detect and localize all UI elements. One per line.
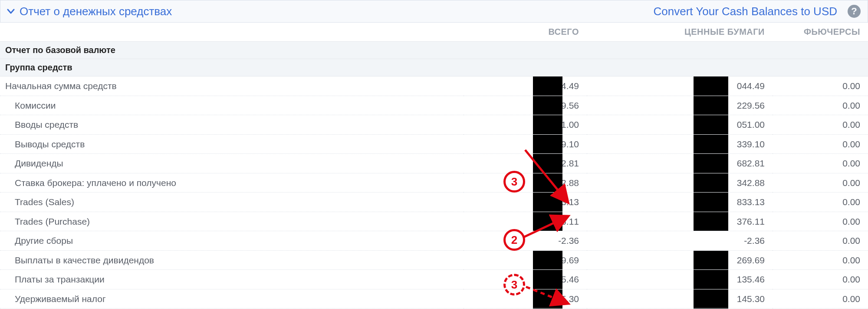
section-base-currency: Отчет по базовой валюте (0, 42, 868, 59)
cell-total: 833.13 (464, 193, 587, 212)
cell-total: 044.49 (464, 76, 587, 96)
cell-total: -2.36 (464, 231, 587, 251)
cell-sec: 135.46 (587, 270, 773, 289)
cell-sec: 229.56 (587, 96, 773, 115)
redaction-bar (694, 251, 728, 270)
report-title-text: Отчет о денежных средствах (20, 5, 172, 18)
cell-value: 682.81 (737, 158, 765, 168)
table-row: Trades (Sales)833.13833.130.00 (0, 193, 868, 212)
cell-fut: 0.00 (773, 76, 868, 96)
cell-sec: 342.88 (587, 173, 773, 193)
cell-fut: 0.00 (773, 231, 868, 251)
redaction-bar (533, 115, 562, 134)
cell-fut: 0.00 (773, 134, 868, 154)
cell-value: 0.00 (842, 216, 860, 226)
table-row: Trades (Purchase)376.11376.110.00 (0, 212, 868, 231)
table-row: Вводы средств051.00051.000.00 (0, 115, 868, 135)
cell-value: 269.69 (737, 255, 765, 265)
col-header-label (0, 23, 464, 42)
table-row: Комиссии229.56229.560.00 (0, 96, 868, 115)
cell-fut: 0.00 (773, 154, 868, 173)
cell-total: 682.81 (464, 154, 587, 173)
row-label: Trades (Purchase) (0, 212, 464, 231)
cell-value: -2.36 (558, 236, 579, 246)
cell-value: 0.00 (842, 81, 860, 91)
cell-sec: 833.13 (587, 193, 773, 212)
row-label: Выплаты в качестве дивидендов (0, 250, 464, 270)
table-row: Платы за транзакции135.46135.460.00 (0, 270, 868, 289)
row-label: Удерживаемый налог (0, 289, 464, 309)
redaction-bar (533, 289, 562, 309)
redaction-bar (694, 289, 728, 309)
table-row: Начальная сумма средств044.49044.490.00 (0, 76, 868, 96)
cell-sec: 044.49 (587, 76, 773, 96)
cell-value: 229.56 (737, 100, 765, 110)
redaction-bar (533, 173, 562, 193)
cell-value: 0.00 (842, 255, 860, 265)
cell-value: 044.49 (737, 81, 765, 91)
column-header-row: ВСЕГО ЦЕННЫЕ БУМАГИ ФЬЮЧЕРСЫ (0, 23, 868, 42)
section-label: Группа средств (0, 59, 868, 76)
cell-total: 269.69 (464, 250, 587, 270)
cell-fut: 0.00 (773, 173, 868, 193)
redaction-bar (533, 212, 562, 231)
redaction-bar (533, 251, 562, 270)
row-label: Вводы средств (0, 115, 464, 135)
redaction-bar (533, 76, 562, 96)
cell-fut: 0.00 (773, 96, 868, 115)
col-header-securities: ЦЕННЫЕ БУМАГИ (587, 23, 773, 42)
cell-fut: 0.00 (773, 250, 868, 270)
table-row: Выплаты в качестве дивидендов269.69269.6… (0, 250, 868, 270)
cell-total: 229.56 (464, 96, 587, 115)
cell-fut: 0.00 (773, 115, 868, 135)
cell-total: 342.88 (464, 173, 587, 193)
cell-fut: 0.00 (773, 212, 868, 231)
cell-sec: 376.11 (587, 212, 773, 231)
row-label: Платы за транзакции (0, 270, 464, 289)
cell-value: 0.00 (842, 236, 860, 246)
cell-value: 135.46 (737, 274, 765, 284)
table-row: Дивиденды682.81682.810.00 (0, 154, 868, 173)
redaction-bar (694, 270, 728, 289)
redaction-bar (694, 115, 728, 134)
report-title-toggle[interactable]: Отчет о денежных средствах (7, 5, 172, 18)
cell-value: 833.13 (737, 197, 765, 207)
cell-value: 145.30 (737, 294, 765, 304)
cell-value: 0.00 (842, 139, 860, 149)
cell-sec: 339.10 (587, 134, 773, 154)
cell-sec: 269.69 (587, 250, 773, 270)
redaction-bar (533, 96, 562, 115)
redaction-bar (694, 76, 728, 96)
cell-total: 135.46 (464, 270, 587, 289)
report-panel-header: Отчет о денежных средствах Convert Your … (0, 0, 868, 23)
row-label: Комиссии (0, 96, 464, 115)
redaction-bar (533, 270, 562, 289)
cell-value: 051.00 (737, 120, 765, 130)
cell-value: -2.36 (744, 236, 765, 246)
convert-balances-link[interactable]: Convert Your Cash Balances to USD (654, 5, 837, 18)
cell-value: 0.00 (842, 178, 860, 188)
redaction-bar (694, 193, 728, 212)
cell-value: 0.00 (842, 294, 860, 304)
redaction-bar (694, 154, 728, 173)
cash-report-table: ВСЕГО ЦЕННЫЕ БУМАГИ ФЬЮЧЕРСЫ Отчет по ба… (0, 23, 868, 309)
table-row: Ставка брокера: уплачено и получено342.8… (0, 173, 868, 193)
table-row: Другие сборы-2.36-2.360.00 (0, 231, 868, 251)
svg-text:?: ? (851, 6, 857, 17)
row-label: Trades (Sales) (0, 193, 464, 212)
help-icon[interactable]: ? (847, 4, 861, 19)
cell-value: 0.00 (842, 197, 860, 207)
cell-total: 051.00 (464, 115, 587, 135)
cell-value: 0.00 (842, 120, 860, 130)
chevron-down-icon (7, 7, 15, 16)
cell-total: 339.10 (464, 134, 587, 154)
redaction-bar (533, 154, 562, 173)
cell-fut: 0.00 (773, 289, 868, 309)
table-row: Удерживаемый налог145.30145.300.00 (0, 289, 868, 309)
col-header-futures: ФЬЮЧЕРСЫ (773, 23, 868, 42)
cell-fut: 0.00 (773, 193, 868, 212)
row-label: Выводы средств (0, 134, 464, 154)
row-label: Начальная сумма средств (0, 76, 464, 96)
col-header-total: ВСЕГО (464, 23, 587, 42)
table-row: Выводы средств339.10339.100.00 (0, 134, 868, 154)
